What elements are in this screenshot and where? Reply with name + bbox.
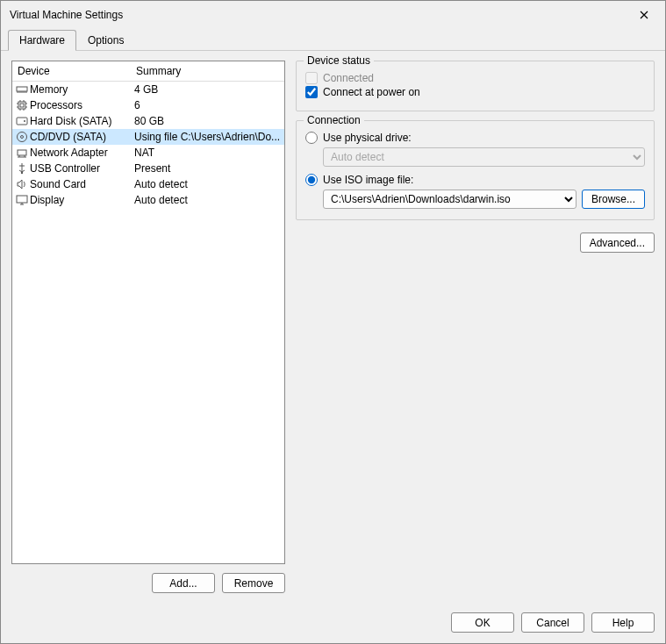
device-name: Sound Card (30, 178, 86, 190)
svg-rect-7 (18, 150, 26, 155)
list-row[interactable]: Network AdapterNAT (12, 145, 284, 161)
connect-poweron-label: Connect at power on (323, 86, 420, 98)
connected-label: Connected (323, 72, 374, 84)
device-cell: Processors (12, 98, 131, 112)
net-icon (16, 147, 28, 159)
window-title: Virtual Machine Settings (10, 9, 123, 21)
remove-button[interactable]: Remove (222, 573, 285, 593)
tab-hardware[interactable]: Hardware (8, 30, 76, 51)
advanced-button-label: Advanced... (590, 237, 645, 249)
connected-checkbox (305, 72, 318, 84)
svg-point-5 (18, 132, 27, 142)
connect-poweron-checkbox[interactable] (305, 86, 318, 98)
browse-button-label: Browse... (591, 193, 635, 205)
disk-icon (16, 115, 28, 127)
dialog-footer: OK Cancel Help (1, 604, 665, 643)
right-column: Device status Connected Connect at power… (296, 61, 655, 593)
add-button[interactable]: Add... (152, 573, 215, 593)
iso-row: C:\Users\Adrien\Downloads\darwin.iso Bro… (323, 190, 645, 209)
device-name: Hard Disk (SATA) (30, 115, 112, 127)
summary-cell: Auto detect (131, 193, 284, 207)
summary-cell: 80 GB (131, 114, 284, 128)
list-row[interactable]: Memory4 GB (12, 82, 284, 97)
list-row[interactable]: Processors6 (12, 97, 284, 113)
device-cell: CD/DVD (SATA) (12, 130, 131, 144)
header-device[interactable]: Device (12, 61, 131, 81)
svg-rect-1 (18, 102, 25, 109)
close-button[interactable] (630, 6, 658, 24)
vm-settings-window: Virtual Machine Settings Hardware Option… (0, 0, 666, 644)
list-row[interactable]: USB ControllerPresent (12, 161, 284, 176)
header-summary[interactable]: Summary (131, 61, 284, 81)
device-name: Display (30, 194, 64, 206)
list-row[interactable]: Sound CardAuto detect (12, 176, 284, 192)
device-cell: Memory (12, 82, 131, 97)
summary-cell: Present (131, 161, 284, 175)
list-row[interactable]: CD/DVD (SATA)Using file C:\Users\Adrien\… (12, 129, 284, 145)
device-cell: USB Controller (12, 161, 131, 175)
connection-title: Connection (304, 114, 364, 126)
summary-cell: 4 GB (131, 82, 284, 97)
svg-point-8 (21, 172, 23, 174)
tab-hardware-label: Hardware (19, 34, 65, 47)
connect-poweron-row[interactable]: Connect at power on (305, 86, 645, 98)
left-column: Device Summary Memory4 GBProcessors6Hard… (11, 61, 285, 593)
tab-options-label: Options (88, 34, 124, 47)
use-iso-row[interactable]: Use ISO image file: (305, 174, 645, 186)
cd-icon (16, 131, 28, 143)
device-name: CD/DVD (SATA) (30, 131, 106, 143)
left-buttons: Add... Remove (11, 573, 285, 593)
titlebar: Virtual Machine Settings (1, 1, 665, 29)
connected-row: Connected (305, 72, 645, 84)
help-button[interactable]: Help (591, 612, 655, 633)
advanced-button[interactable]: Advanced... (580, 233, 655, 253)
browse-button[interactable]: Browse... (582, 190, 645, 209)
device-listbox[interactable]: Device Summary Memory4 GBProcessors6Hard… (11, 61, 285, 564)
summary-cell: Auto detect (131, 177, 284, 191)
use-physical-radio[interactable] (305, 132, 318, 144)
summary-cell: NAT (131, 146, 284, 160)
close-icon (640, 8, 648, 22)
iso-path-combo[interactable]: C:\Users\Adrien\Downloads\darwin.iso (323, 190, 576, 209)
use-iso-radio[interactable] (305, 174, 318, 186)
svg-point-6 (21, 136, 24, 139)
device-name: Processors (30, 99, 82, 111)
dialog-body: Device Summary Memory4 GBProcessors6Hard… (1, 50, 665, 604)
svg-point-4 (24, 120, 25, 122)
cancel-button-label: Cancel (536, 617, 569, 629)
device-cell: Display (12, 193, 131, 207)
sound-icon (16, 178, 28, 190)
remove-button-label: Remove (234, 577, 274, 590)
display-icon (16, 194, 28, 206)
list-rows: Memory4 GBProcessors6Hard Disk (SATA)80 … (12, 82, 284, 208)
tab-options[interactable]: Options (76, 30, 135, 50)
device-cell: Network Adapter (12, 146, 131, 160)
device-name: USB Controller (30, 162, 100, 175)
summary-cell: 6 (131, 98, 284, 112)
list-row[interactable]: DisplayAuto detect (12, 192, 284, 208)
physical-drive-combo: Auto detect (323, 147, 645, 167)
ok-button-label: OK (475, 617, 490, 629)
ok-button[interactable]: OK (451, 612, 514, 633)
add-button-label: Add... (169, 577, 197, 590)
cancel-button[interactable]: Cancel (521, 612, 584, 633)
list-row[interactable]: Hard Disk (SATA)80 GB (12, 113, 284, 129)
svg-rect-9 (17, 196, 27, 203)
summary-cell: Using file C:\Users\Adrien\Do... (131, 130, 284, 144)
device-name: Memory (30, 83, 68, 96)
help-button-label: Help (612, 617, 634, 629)
use-physical-label: Use physical drive: (323, 132, 412, 144)
device-name: Network Adapter (30, 147, 108, 159)
use-iso-label: Use ISO image file: (323, 174, 413, 186)
device-status-group: Device status Connected Connect at power… (296, 61, 655, 111)
cpu-icon (16, 99, 28, 111)
list-header: Device Summary (12, 61, 284, 82)
memory-icon (16, 83, 28, 96)
tab-strip: Hardware Options (1, 30, 665, 51)
device-status-title: Device status (304, 54, 374, 67)
physical-drive-wrapper: Auto detect (323, 147, 645, 167)
use-physical-row[interactable]: Use physical drive: (305, 132, 645, 144)
connection-group: Connection Use physical drive: Auto dete… (296, 120, 655, 220)
usb-icon (16, 162, 28, 175)
svg-rect-3 (17, 118, 27, 125)
